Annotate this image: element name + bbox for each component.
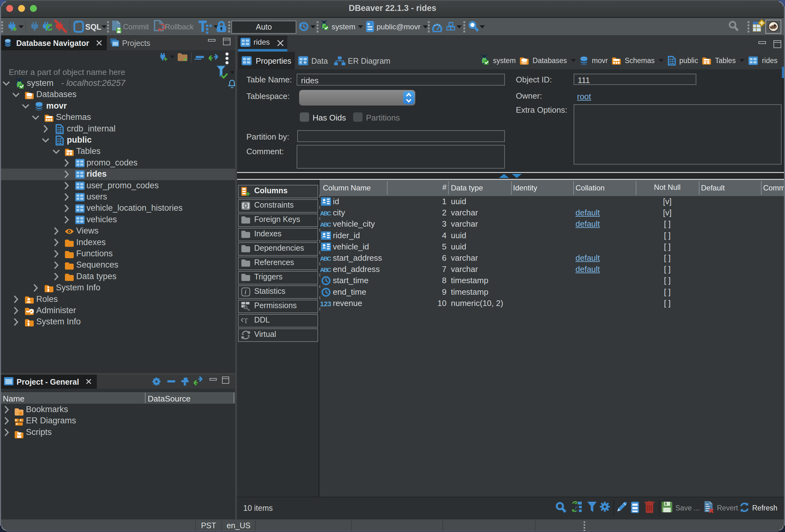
svg-text:system: system: [332, 23, 355, 31]
svg-text:ABC: ABC: [320, 267, 331, 273]
svg-text:Revert: Revert: [717, 504, 738, 512]
svg-text:123: 123: [320, 300, 331, 308]
svg-text:Rollback: Rollback: [165, 23, 194, 31]
svg-text:ABC: ABC: [320, 221, 331, 228]
svg-text:Auto: Auto: [256, 23, 272, 31]
svg-text:Refresh: Refresh: [752, 504, 778, 512]
svg-text:ABC: ABC: [320, 255, 331, 262]
svg-text:public@movr: public@movr: [377, 23, 420, 31]
svg-text:Save ...: Save ...: [676, 504, 700, 512]
svg-text:SQL: SQL: [85, 23, 101, 31]
svg-text:Commit: Commit: [123, 23, 149, 31]
svg-text:ABC: ABC: [320, 210, 331, 217]
